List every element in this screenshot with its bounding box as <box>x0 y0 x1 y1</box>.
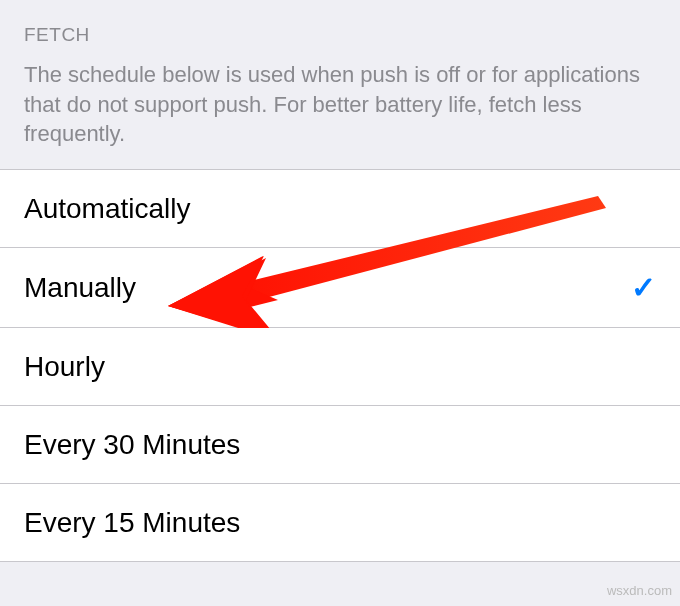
section-title: FETCH <box>24 24 656 46</box>
option-every-30-minutes[interactable]: Every 30 Minutes <box>0 406 680 484</box>
option-label: Automatically <box>24 193 191 225</box>
option-every-15-minutes[interactable]: Every 15 Minutes <box>0 484 680 562</box>
option-label: Every 30 Minutes <box>24 429 240 461</box>
option-label: Hourly <box>24 351 105 383</box>
section-description: The schedule below is used when push is … <box>24 60 656 149</box>
checkmark-icon: ✓ <box>631 270 656 305</box>
option-hourly[interactable]: Hourly <box>0 328 680 406</box>
fetch-options-list: Automatically Manually ✓ Hourly Every 30… <box>0 169 680 562</box>
option-label: Every 15 Minutes <box>24 507 240 539</box>
option-automatically[interactable]: Automatically <box>0 170 680 248</box>
section-header: FETCH The schedule below is used when pu… <box>0 0 680 169</box>
option-manually[interactable]: Manually ✓ <box>0 248 680 328</box>
option-label: Manually <box>24 272 136 304</box>
watermark: wsxdn.com <box>607 583 672 598</box>
